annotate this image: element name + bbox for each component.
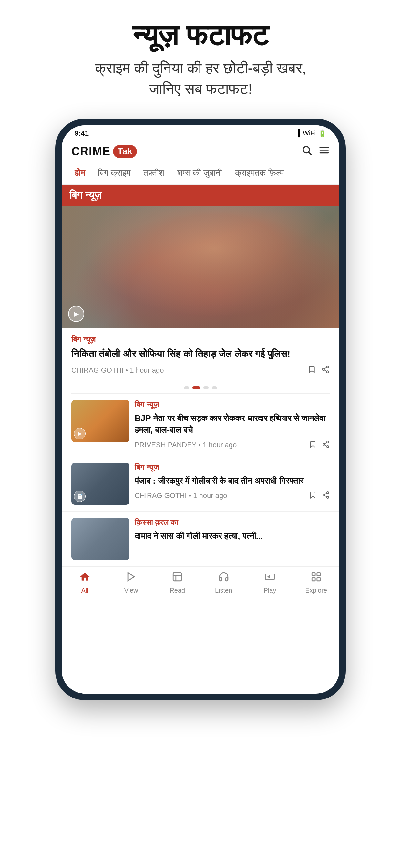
dot-1	[184, 386, 189, 390]
bottom-nav: All View Read	[62, 566, 339, 597]
hero-image: ▶	[62, 206, 339, 329]
bookmark-icon[interactable]	[308, 365, 316, 376]
news-title-2[interactable]: पंजाब : जीरकपुर में गोलीबारी के बाद तीन …	[135, 475, 330, 487]
news-content-3: क़िस्सा क़त्ल का दामाद ने सास की गोली मा…	[135, 518, 330, 547]
svg-line-19	[325, 493, 327, 494]
svg-line-8	[324, 370, 327, 371]
share-icon-2[interactable]	[322, 491, 330, 500]
tab-crimetak-film[interactable]: क्राइमतक फ़िल्म	[228, 162, 290, 185]
news-item-1: ▶ बिग न्यूज़ BJP नेता पर बीच सड़क कार रो…	[62, 394, 339, 456]
bottom-nav-listen[interactable]: Listen	[208, 571, 240, 594]
bookmark-icon-2[interactable]	[309, 491, 317, 500]
share-icon-1[interactable]	[322, 440, 330, 450]
nav-tabs: होम बिग क्राइम तफ़्तीश शम्स की ज़ुबानी क…	[62, 162, 339, 185]
explore-icon	[311, 571, 321, 585]
share-icon[interactable]	[321, 365, 330, 376]
news-category-2: बिग न्यूज़	[135, 463, 330, 472]
news-item-3: क़िस्सा क़त्ल का दामाद ने सास की गोली मा…	[62, 512, 339, 566]
tab-big-crime[interactable]: बिग क्राइम	[91, 162, 137, 185]
view-icon	[126, 571, 136, 585]
header-icons	[301, 145, 330, 159]
bottom-nav-explore[interactable]: Explore	[300, 571, 332, 594]
battery-icon: 🔋	[318, 129, 327, 137]
bottom-nav-read[interactable]: Read	[161, 571, 193, 594]
bottom-nav-read-label: Read	[169, 587, 185, 594]
bottom-nav-play-label: Play	[264, 587, 276, 594]
news-thumb-2[interactable]: 📄	[71, 463, 129, 505]
bottom-nav-view-label: View	[124, 587, 138, 594]
read-icon	[172, 571, 183, 585]
tab-home[interactable]: होम	[68, 162, 91, 185]
hero-article-title[interactable]: निकिता तंबोली और सोफिया सिंह को तिहाड़ ज…	[71, 347, 330, 361]
bottom-nav-all[interactable]: All	[69, 571, 101, 594]
news-content-1: बिग न्यूज़ BJP नेता पर बीच सड़क कार रोकक…	[135, 400, 330, 450]
hero-article-meta: CHIRAG GOTHI • 1 hour ago	[71, 365, 330, 376]
svg-marker-20	[128, 572, 134, 581]
logo-crime: CRIME	[71, 145, 111, 158]
dot-2-active	[192, 386, 200, 390]
news-thumb-3[interactable]	[71, 518, 129, 560]
bookmark-icon-1[interactable]	[309, 440, 317, 450]
phone-screen: 9:41 ▐ WiFi 🔋 CRIME Tak	[62, 125, 339, 693]
news-title-3[interactable]: दामाद ने सास की गोली मारकर हत्या, पत्नी.…	[135, 530, 330, 542]
thumb-doc-icon-2: 📄	[74, 491, 86, 502]
menu-icon[interactable]	[319, 145, 330, 159]
page-subtitle-line2: जानिए सब फटाफट!	[13, 79, 388, 99]
hero-play-button[interactable]: ▶	[68, 306, 84, 322]
svg-line-1	[309, 152, 311, 155]
tab-investigation[interactable]: तफ़्तीश	[137, 162, 171, 185]
logo-area: CRIME Tak	[71, 145, 137, 158]
dot-3	[204, 386, 209, 390]
news-title-1[interactable]: BJP नेता पर बीच सड़क कार रोककर धारदार हथ…	[135, 412, 330, 436]
big-news-banner: बिग न्यूज़	[62, 185, 339, 206]
bottom-nav-play[interactable]: Play	[254, 571, 286, 594]
svg-line-13	[325, 445, 327, 446]
hero-overlay	[62, 206, 339, 329]
news-meta-2: CHIRAG GOTHI • 1 hour ago	[135, 491, 330, 500]
svg-line-9	[324, 368, 327, 369]
pagination-dots	[62, 382, 339, 393]
svg-line-18	[325, 495, 327, 497]
page-header: न्यूज़ फटाफट क्राइम की दुनिया की हर छोटी…	[0, 0, 401, 113]
svg-rect-28	[317, 578, 320, 581]
svg-line-14	[325, 442, 327, 444]
page-title: न्यूज़ फटाफट	[13, 20, 388, 51]
search-icon[interactable]	[301, 145, 312, 159]
svg-rect-21	[174, 572, 182, 581]
signal-icon: ▐	[296, 129, 300, 137]
home-icon	[80, 571, 90, 585]
svg-rect-26	[317, 572, 320, 576]
news-thumb-1[interactable]: ▶	[71, 400, 129, 442]
news-author-2: CHIRAG GOTHI • 1 hour ago	[135, 492, 227, 500]
news-item-2: 📄 बिग न्यूज़ पंजाब : जीरकपुर में गोलीबार…	[62, 456, 339, 512]
play-icon-nav	[265, 571, 275, 585]
hero-article-actions	[308, 365, 330, 376]
hero-article-category: बिग न्यूज़	[71, 335, 330, 344]
tab-shams[interactable]: शम्स की ज़ुबानी	[171, 162, 228, 185]
hero-article-card: बिग न्यूज़ निकिता तंबोली और सोफिया सिंह …	[62, 329, 339, 382]
hero-author-time: CHIRAG GOTHI • 1 hour ago	[71, 366, 164, 375]
bottom-nav-explore-label: Explore	[305, 587, 327, 594]
thumb-play-icon-1: ▶	[74, 428, 86, 439]
listen-icon	[218, 571, 229, 585]
news-meta-1: PRIVESH PANDEY • 1 hour ago	[135, 440, 330, 450]
news-actions-1	[309, 440, 330, 450]
page-subtitle-line1: क्राइम की दुनिया की हर छोटी-बड़ी खबर,	[13, 58, 388, 79]
svg-rect-25	[312, 572, 315, 576]
bottom-nav-view[interactable]: View	[115, 571, 147, 594]
page-subtitle: क्राइम की दुनिया की हर छोटी-बड़ी खबर, जा…	[13, 58, 388, 99]
bottom-nav-all-label: All	[81, 587, 89, 594]
play-icon: ▶	[74, 310, 79, 318]
svg-rect-27	[312, 578, 315, 581]
status-time: 9:41	[74, 129, 89, 137]
news-category-1: बिग न्यूज़	[135, 400, 330, 409]
status-bar: 9:41 ▐ WiFi 🔋	[62, 125, 339, 142]
news-content-2: बिग न्यूज़ पंजाब : जीरकपुर में गोलीबारी …	[135, 463, 330, 500]
dot-4	[212, 386, 217, 390]
big-news-label: बिग न्यूज़	[69, 189, 102, 201]
logo-tak: Tak	[113, 145, 137, 158]
wifi-icon: WiFi	[303, 129, 316, 137]
news-category-3: क़िस्सा क़त्ल का	[135, 518, 330, 527]
app-header: CRIME Tak	[62, 142, 339, 162]
news-author-1: PRIVESH PANDEY • 1 hour ago	[135, 441, 237, 449]
